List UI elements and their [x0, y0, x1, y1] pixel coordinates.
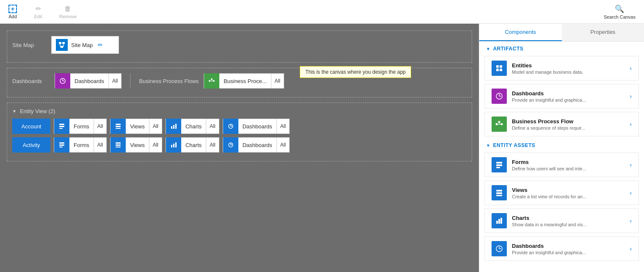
component-item-forms[interactable]: Forms Define how users will see and inte… — [484, 153, 639, 177]
dashboards-chip-icon — [55, 73, 70, 89]
bpf-chip[interactable]: Business Proce... All — [204, 73, 284, 89]
activity-charts-all[interactable]: All — [206, 138, 218, 152]
activity-forms-all[interactable]: All — [94, 138, 106, 152]
entities-name: Entities — [512, 62, 625, 69]
account-charts-all[interactable]: All — [206, 119, 218, 133]
bpf-arrow-icon: › — [630, 121, 632, 128]
component-item-dashboards2[interactable]: Dashboards Provide an insightful and gra… — [484, 236, 639, 261]
activity-dashboards-label: Dashboards — [238, 142, 276, 148]
account-forms-all[interactable]: All — [94, 119, 106, 133]
svg-rect-45 — [496, 195, 502, 196]
activity-forms-label: Forms — [69, 142, 94, 148]
entity-row-account: Account Forms All Views All — [12, 119, 467, 134]
svg-rect-17 — [171, 126, 172, 129]
activity-charts-chip[interactable]: Charts All — [166, 137, 219, 153]
svg-rect-0 — [59, 42, 61, 44]
account-charts-chip[interactable]: Charts All — [166, 119, 219, 134]
svg-rect-21 — [59, 142, 64, 144]
activity-charts-label: Charts — [181, 142, 206, 148]
svg-rect-48 — [500, 218, 502, 224]
svg-rect-23 — [59, 147, 63, 147]
dashboards2-comp-desc: Provide an insightful and graphica... — [512, 250, 625, 255]
component-item-bpf[interactable]: Business Process Flow Define a sequence … — [484, 112, 639, 136]
tab-properties[interactable]: Properties — [562, 24, 644, 41]
entity-view-header: ▼ Entity View (2) — [12, 108, 467, 114]
divider — [130, 73, 130, 89]
bpf-chip-all[interactable]: All — [271, 74, 284, 88]
activity-button[interactable]: Activity — [12, 137, 50, 153]
account-views-chip[interactable]: Views All — [110, 119, 162, 134]
edit-icon: ✏ — [34, 5, 42, 13]
svg-rect-31 — [496, 65, 499, 68]
svg-rect-33 — [496, 69, 499, 71]
dashboards-arrow-icon: › — [630, 93, 632, 100]
entity-assets-chevron-icon: ▼ — [486, 143, 490, 148]
activity-dashboards-all[interactable]: All — [276, 138, 289, 152]
add-button[interactable]: + Add — [5, 3, 20, 21]
svg-rect-18 — [173, 125, 174, 129]
entities-text: Entities Model and manage business data. — [512, 62, 625, 75]
dashboards-chip[interactable]: Dashboards All — [55, 73, 122, 89]
dashboards-section-label: Dashboards — [12, 78, 55, 84]
svg-rect-46 — [496, 221, 498, 224]
svg-rect-25 — [116, 144, 121, 146]
charts-comp-icon — [492, 213, 507, 228]
edit-button[interactable]: ✏ Edit — [30, 3, 46, 21]
activity-dashboards-chip[interactable]: Dashboards All — [223, 137, 290, 153]
bpf-chip-icon — [204, 73, 219, 89]
svg-rect-40 — [496, 162, 502, 164]
entity-assets-header-label: ENTITY ASSETS — [493, 142, 535, 148]
svg-rect-27 — [171, 145, 172, 147]
component-item-entities[interactable]: Entities Model and manage business data.… — [484, 56, 639, 80]
bpf-section-label: Business Process Flows — [139, 78, 199, 84]
views-icon — [111, 119, 126, 134]
sitemap-card-label: Site Map — [71, 42, 93, 48]
artifacts-header: ▼ ARTIFACTS — [479, 42, 644, 54]
account-dashboards-all[interactable]: All — [276, 119, 289, 133]
sitemap-edit-icon[interactable]: ✏ — [98, 42, 103, 48]
svg-rect-19 — [175, 124, 177, 129]
add-icon: + — [8, 5, 17, 13]
svg-rect-28 — [173, 144, 174, 147]
activity-forms-chip[interactable]: Forms All — [54, 137, 107, 153]
component-item-dashboards[interactable]: Dashboards Provide an insightful and gra… — [484, 84, 639, 108]
svg-rect-41 — [496, 164, 502, 166]
component-item-charts[interactable]: Charts Show data in a meaningful and vis… — [484, 208, 639, 233]
tab-components-label: Components — [505, 29, 536, 35]
collapse-icon[interactable]: ▼ — [12, 109, 17, 114]
right-panel: Components Properties ▼ ARTIFACTS Entiti… — [479, 24, 644, 272]
svg-point-9 — [213, 80, 215, 82]
canvas-tooltip: This is the canvas where you design the … — [300, 66, 411, 78]
account-views-all[interactable]: All — [149, 119, 162, 133]
account-button[interactable]: Account — [12, 119, 50, 134]
account-views-label: Views — [126, 123, 149, 130]
forms-icon — [54, 119, 69, 134]
charts-comp-text: Charts Show data in a meaningful and vis… — [512, 215, 625, 227]
account-dashboards-chip[interactable]: Dashboards All — [223, 119, 290, 134]
sitemap-card[interactable]: Site Map ✏ — [51, 36, 119, 54]
edit-label: Edit — [34, 14, 42, 19]
activity-label: Activity — [22, 142, 40, 148]
svg-rect-12 — [59, 126, 64, 127]
charts-arrow-icon: › — [630, 217, 632, 224]
activity-views-chip[interactable]: Views All — [110, 137, 162, 153]
search-canvas-button[interactable]: 🔍 Search Canvas — [600, 3, 639, 21]
forms-arrow-icon: › — [630, 161, 632, 168]
canvas-area[interactable]: This is the canvas where you design the … — [0, 24, 479, 272]
entities-arrow-icon: › — [630, 65, 632, 72]
svg-rect-43 — [496, 190, 502, 192]
svg-rect-1 — [62, 42, 65, 44]
panel-tabs: Components Properties — [479, 24, 644, 42]
add-label: Add — [8, 14, 17, 19]
tab-components[interactable]: Components — [479, 24, 562, 41]
account-forms-chip[interactable]: Forms All — [54, 119, 107, 134]
sitemap-section: Site Map Site Map ✏ — [7, 31, 472, 63]
toolbar: + Add ✏ Edit 🗑 Remove 🔍 Search Canvas — [0, 0, 644, 24]
svg-rect-42 — [496, 167, 500, 168]
activity-views-all[interactable]: All — [149, 138, 162, 152]
component-item-views[interactable]: Views Create a list view of records for … — [484, 180, 639, 205]
svg-rect-15 — [116, 126, 121, 127]
svg-point-38 — [501, 123, 503, 125]
dashboards-chip-all[interactable]: All — [108, 74, 121, 88]
remove-button[interactable]: 🗑 Remove — [56, 3, 80, 21]
